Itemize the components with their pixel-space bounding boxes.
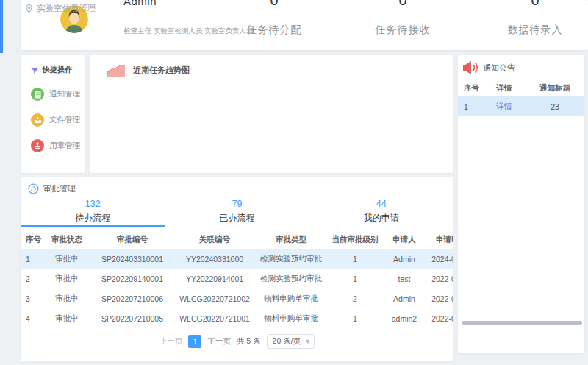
tab-todo-flows[interactable]: 132 待办流程 xyxy=(21,199,165,227)
quick-ops-title: 快捷操作 xyxy=(43,65,72,75)
notice-table: 序号 详情 通知标题 1 详情 23 xyxy=(458,80,584,116)
left-accent-strip xyxy=(0,0,3,53)
notice-row[interactable]: 1 详情 23 xyxy=(458,96,584,116)
user-name: Admin xyxy=(123,0,157,10)
tab-count: 132 xyxy=(21,199,165,209)
quick-item-label: 用章管理 xyxy=(49,141,80,151)
quick-item-file-mgmt[interactable]: 文件管理 xyxy=(31,113,85,127)
col-seq: 序号 xyxy=(458,83,483,93)
col-applicant: 申请人 xyxy=(384,231,425,249)
related-no-link[interactable]: WLCG20220721002 xyxy=(173,288,256,308)
col-apply-time: 申请时间 xyxy=(425,231,453,249)
notice-title: 通知公告 xyxy=(483,63,515,74)
pagination: 上一页 1 下一页 共 5 条 20 条/页 ▼ xyxy=(21,334,453,349)
quick-item-seal-mgmt[interactable]: 用章管理 xyxy=(31,139,85,152)
page-1-button[interactable]: 1 xyxy=(188,335,201,348)
next-page-button[interactable]: 下一页 xyxy=(207,336,231,347)
megaphone-icon xyxy=(462,61,478,74)
col-approval-no: 审批编号 xyxy=(91,231,173,249)
quick-item-notify-mgmt[interactable]: 通知管理 xyxy=(31,88,85,101)
related-no-link[interactable]: YY20240331000 xyxy=(173,249,256,269)
page-title: 实验室信息管理 xyxy=(37,3,96,14)
trend-title: 近期任务趋势图 xyxy=(133,65,190,76)
stat-tasks-to-assign: 0 任务待分配 xyxy=(219,0,329,37)
trend-card: 近期任务趋势图 xyxy=(90,55,453,173)
notice-row-title: 23 xyxy=(526,102,584,111)
active-tab-indicator xyxy=(21,225,165,227)
quick-arrow-icon: ➤ xyxy=(29,63,41,76)
table-row[interactable]: 1 审批中 SP202403310001 YY20240331000 检测实验预… xyxy=(21,249,453,269)
stat-label: 任务待接收 xyxy=(348,24,458,37)
page-size-select[interactable]: 20 条/页 ▼ xyxy=(267,334,315,349)
breadcrumb: 实验室信息管理 xyxy=(25,3,96,14)
table-row[interactable]: 3 审批中 SP202207210006 WLCG20220721002 物料申… xyxy=(21,288,453,308)
notice-row-seq: 1 xyxy=(458,102,483,111)
prev-page-button[interactable]: 上一页 xyxy=(159,336,183,347)
stat-tasks-to-receive: 0 任务待接收 xyxy=(348,0,458,37)
total-count: 共 5 条 xyxy=(237,336,261,347)
quick-ops-header: ➤ 快捷操作 xyxy=(31,64,85,75)
file-tray-icon xyxy=(31,113,44,127)
col-type: 审批类型 xyxy=(256,231,326,249)
related-no-link[interactable]: YY20220914001 xyxy=(173,269,256,288)
approval-table: 序号 审批状态 审批编号 关联编号 审批类型 当前审批级别 申请人 申请时间 1… xyxy=(21,231,453,328)
notify-doc-icon xyxy=(31,88,44,101)
user-stats-card: Admin 检查主任 实验室检测人员 实验室负责人,设施与环 0 任务待分配 0… xyxy=(21,0,588,50)
tab-done-flows[interactable]: 79 已办流程 xyxy=(165,199,309,227)
table-row[interactable]: 4 审批中 SP202207210005 WLCG20220721001 物料申… xyxy=(21,308,453,328)
tab-label: 待办流程 xyxy=(21,212,165,224)
stat-label: 数据待录入 xyxy=(480,24,588,37)
related-no-link[interactable]: WLCG20220721001 xyxy=(173,308,256,328)
stat-value: 0 xyxy=(480,0,588,9)
horizontal-scrollbar[interactable] xyxy=(462,321,582,325)
stat-value: 0 xyxy=(348,0,458,9)
notice-table-header: 序号 详情 通知标题 xyxy=(458,80,584,96)
tab-my-requests[interactable]: 44 我的申请 xyxy=(309,199,453,227)
notice-card: 通知公告 序号 详情 通知标题 1 详情 23 xyxy=(458,55,584,353)
tab-count: 44 xyxy=(309,199,453,209)
stat-label: 任务待分配 xyxy=(219,24,329,37)
trend-area-icon xyxy=(106,63,126,78)
stat-value: 0 xyxy=(219,0,329,9)
col-level: 当前审批级别 xyxy=(326,231,384,249)
quick-ops-card: ➤ 快捷操作 通知管理 文件管理 用章管理 xyxy=(21,55,85,173)
col-status: 审批状态 xyxy=(43,231,91,249)
approval-tabs: 132 待办流程 79 已办流程 44 我的申请 xyxy=(21,199,453,227)
stamp-icon xyxy=(31,139,44,152)
col-related-no: 关联编号 xyxy=(173,231,256,249)
approval-title: 审批管理 xyxy=(43,183,76,194)
table-row[interactable]: 2 审批中 SP202209140001 YY20220914001 检测实验预… xyxy=(21,269,453,288)
col-seq: 序号 xyxy=(21,231,43,249)
approval-table-header: 序号 审批状态 审批编号 关联编号 审批类型 当前审批级别 申请人 申请时间 xyxy=(21,231,453,249)
notice-detail-link[interactable]: 详情 xyxy=(483,102,526,112)
stat-data-to-enter: 0 数据待录入 xyxy=(480,0,588,37)
col-detail: 详情 xyxy=(483,83,526,93)
approval-seal-icon xyxy=(28,183,39,194)
tab-label: 我的申请 xyxy=(309,212,453,224)
location-pin-icon xyxy=(25,4,33,13)
chevron-down-icon: ▼ xyxy=(304,338,311,345)
quick-item-label: 文件管理 xyxy=(49,115,80,125)
quick-item-label: 通知管理 xyxy=(49,89,80,99)
approval-card: 审批管理 132 待办流程 79 已办流程 44 我的申请 序号 审批状态 审批… xyxy=(21,177,453,361)
tab-label: 已办流程 xyxy=(165,212,309,224)
tab-count: 79 xyxy=(165,199,309,209)
page-size-value: 20 条/页 xyxy=(273,336,301,347)
col-title: 通知标题 xyxy=(526,83,584,93)
